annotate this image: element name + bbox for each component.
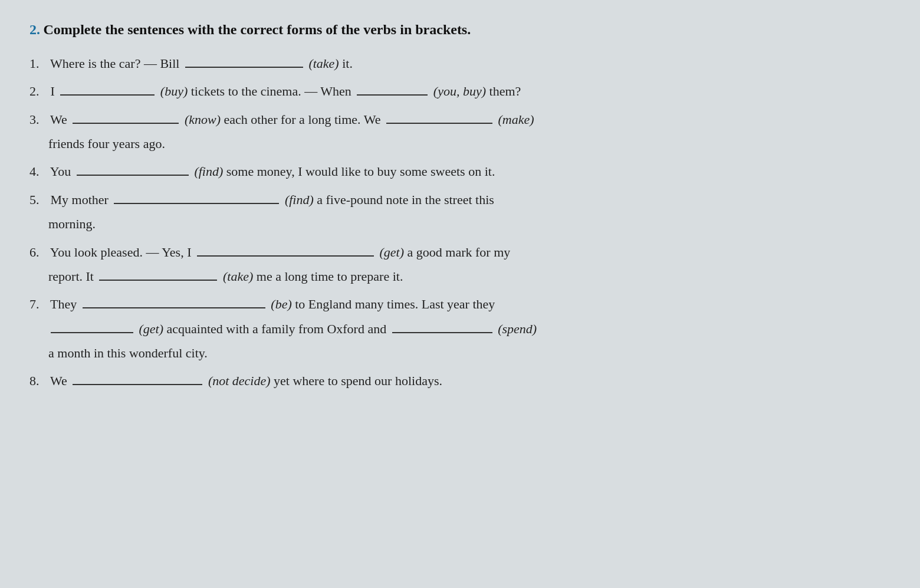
sentence-5-number: 5. bbox=[29, 189, 47, 211]
sentence-4: 4. You (find) some money, I would like t… bbox=[29, 160, 891, 182]
sentence-3-text1: We bbox=[47, 109, 70, 130]
sentence-4-verb1: (find) bbox=[191, 160, 226, 182]
sentence-5-line2: morning. bbox=[48, 213, 891, 235]
sentence-3-blank2 bbox=[386, 111, 492, 124]
sentence-7-text2: to England many times. Last year they bbox=[295, 293, 495, 315]
sentence-5-verb1: (find) bbox=[281, 189, 317, 211]
sentence-6-text3: report. It bbox=[48, 265, 97, 287]
sentence-3-line2: friends four years ago. bbox=[48, 133, 891, 155]
sentence-5-blank1 bbox=[114, 191, 279, 204]
sentence-6-line2: report. It (take) me a long time to prep… bbox=[48, 265, 891, 287]
exercise-instruction: Complete the sentences with the correct … bbox=[44, 22, 471, 37]
sentence-7-line1: 7. They (be) to England many times. Last… bbox=[29, 293, 891, 315]
sentence-5-line1: 5. My mother (find) a five-pound note in… bbox=[29, 189, 891, 211]
exercise-number: 2. bbox=[29, 22, 40, 37]
sentence-8-blank1 bbox=[73, 372, 202, 385]
sentence-7-text3: acquainted with a family from Oxford and bbox=[167, 318, 390, 340]
sentence-4-number: 4. bbox=[29, 160, 47, 182]
sentence-7-line3: a month in this wonderful city. bbox=[48, 342, 891, 364]
sentence-7-line2: (get) acquainted with a family from Oxfo… bbox=[48, 318, 891, 340]
sentence-4-blank1 bbox=[77, 163, 189, 176]
sentence-5-text2: a five-pound note in the street this bbox=[317, 189, 494, 211]
sentence-3-line1: 3. We (know) each other for a long time.… bbox=[29, 109, 891, 130]
sentence-8-text1: We bbox=[47, 370, 70, 392]
sentence-4-text1: You bbox=[47, 160, 74, 182]
sentence-6-text4: me a long time to prepare it. bbox=[257, 265, 403, 287]
sentence-8-number: 8. bbox=[29, 370, 47, 392]
sentence-2-blank1 bbox=[60, 83, 155, 96]
sentence-7-blank1 bbox=[83, 295, 265, 308]
sentence-3-verb1: (know) bbox=[181, 109, 224, 130]
sentence-6-verb1: (get) bbox=[376, 241, 408, 263]
sentence-5-text1: My mother bbox=[47, 189, 111, 211]
sentence-3-blank1 bbox=[73, 111, 179, 124]
sentence-6-text2: a good mark for my bbox=[408, 241, 511, 263]
sentence-6-line1: 6. You look pleased. — Yes, I (get) a go… bbox=[29, 241, 891, 263]
sentence-2-number: 2. bbox=[29, 80, 47, 102]
sentence-1-number: 1. bbox=[29, 52, 47, 74]
sentence-8-text2: yet where to spend our holidays. bbox=[274, 370, 442, 392]
sentence-7-blank2 bbox=[51, 320, 133, 333]
sentence-7-verb3: (spend) bbox=[495, 318, 537, 340]
sentence-7-blank3 bbox=[392, 320, 492, 333]
sentence-3-text2: each other for a long time. We bbox=[224, 109, 384, 130]
sentence-2-verb2: (you, buy) bbox=[430, 80, 489, 102]
sentence-1-text1: Where is the car? — Bill bbox=[47, 52, 183, 74]
sentence-2-text2: tickets to the cinema. — When bbox=[191, 80, 355, 102]
sentence-1-blank1 bbox=[185, 55, 303, 68]
sentence-6-blank1 bbox=[197, 244, 374, 257]
sentence-1-text2: it. bbox=[342, 52, 353, 74]
sentence-6-blank2 bbox=[99, 268, 217, 281]
sentence-2-text1: I bbox=[47, 80, 58, 102]
sentence-8: 8. We (not decide) yet where to spend ou… bbox=[29, 370, 891, 392]
sentence-3-verb2: (make) bbox=[495, 109, 534, 130]
exercise-title: 2. Complete the sentences with the corre… bbox=[29, 18, 891, 42]
sentence-2-text3: them? bbox=[489, 80, 521, 102]
sentence-2: 2. I (buy) tickets to the cinema. — When… bbox=[29, 80, 891, 102]
sentence-4-text2: some money, I would like to buy some swe… bbox=[226, 160, 495, 182]
sentence-2-verb1: (buy) bbox=[157, 80, 190, 102]
sentence-6-text1: You look pleased. — Yes, I bbox=[47, 241, 195, 263]
sentence-7-verb2: (get) bbox=[136, 318, 167, 340]
sentence-1: 1. Where is the car? — Bill (take) it. bbox=[29, 52, 891, 74]
sentence-7-number: 7. bbox=[29, 293, 47, 315]
exercise-body: 1. Where is the car? — Bill (take) it. 2… bbox=[29, 52, 891, 392]
sentence-3-number: 3. bbox=[29, 109, 47, 130]
sentence-2-blank2 bbox=[357, 83, 428, 96]
sentence-7-verb1: (be) bbox=[268, 293, 295, 315]
exercise-container: 2. Complete the sentences with the corre… bbox=[29, 18, 891, 392]
sentence-6-verb2: (take) bbox=[219, 265, 256, 287]
sentence-1-verb1: (take) bbox=[305, 52, 342, 74]
sentence-6-number: 6. bbox=[29, 241, 47, 263]
sentence-7-text1: They bbox=[47, 293, 80, 315]
sentence-8-verb1: (not decide) bbox=[205, 370, 274, 392]
